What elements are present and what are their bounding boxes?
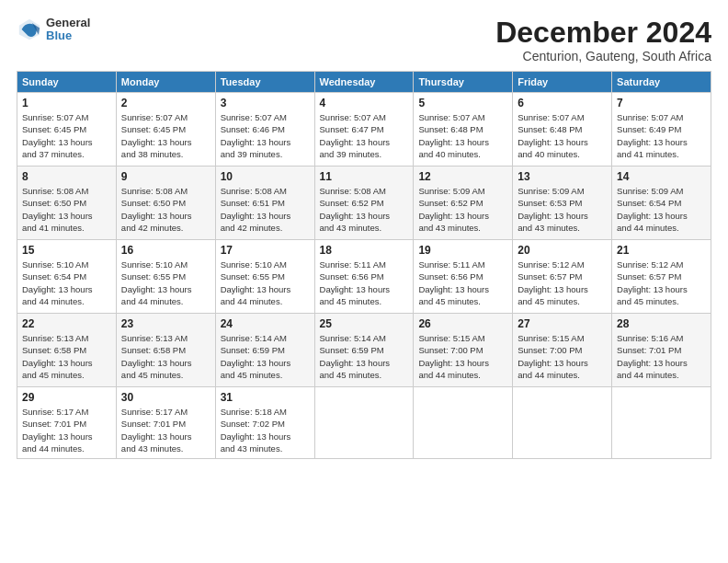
day-info: Sunrise: 5:15 AMSunset: 7:00 PMDaylight:… <box>518 333 588 380</box>
day-info: Sunrise: 5:07 AMSunset: 6:47 PMDaylight:… <box>320 112 391 159</box>
day-cell <box>314 387 414 459</box>
day-cell: 1 Sunrise: 5:07 AMSunset: 6:45 PMDayligh… <box>17 93 117 167</box>
day-info: Sunrise: 5:14 AMSunset: 6:59 PMDaylight:… <box>320 333 391 380</box>
day-number: 5 <box>418 97 507 109</box>
day-cell: 6 Sunrise: 5:07 AMSunset: 6:48 PMDayligh… <box>513 93 612 167</box>
col-header-friday: Friday <box>513 72 612 93</box>
day-number: 23 <box>121 317 210 330</box>
day-cell: 28 Sunrise: 5:16 AMSunset: 7:01 PMDaylig… <box>612 314 711 387</box>
day-cell: 21 Sunrise: 5:12 AMSunset: 6:57 PMDaylig… <box>612 240 711 314</box>
col-header-thursday: Thursday <box>414 72 513 93</box>
day-info: Sunrise: 5:10 AMSunset: 6:55 PMDaylight:… <box>121 259 192 306</box>
day-number: 17 <box>221 244 310 257</box>
day-number: 20 <box>518 244 607 257</box>
day-cell <box>414 387 513 459</box>
logo: General Blue <box>17 17 90 43</box>
day-cell: 27 Sunrise: 5:15 AMSunset: 7:00 PMDaylig… <box>513 314 612 387</box>
day-info: Sunrise: 5:07 AMSunset: 6:45 PMDaylight:… <box>22 112 93 159</box>
day-number: 18 <box>320 244 409 257</box>
day-info: Sunrise: 5:08 AMSunset: 6:51 PMDaylight:… <box>221 186 291 233</box>
day-cell: 31 Sunrise: 5:18 AMSunset: 7:02 PMDaylig… <box>215 387 314 459</box>
day-info: Sunrise: 5:12 AMSunset: 6:57 PMDaylight:… <box>518 259 588 306</box>
day-number: 11 <box>320 170 409 183</box>
day-number: 4 <box>320 97 409 109</box>
day-cell: 22 Sunrise: 5:13 AMSunset: 6:58 PMDaylig… <box>17 314 117 387</box>
day-cell: 25 Sunrise: 5:14 AMSunset: 6:59 PMDaylig… <box>314 314 414 387</box>
day-cell: 9 Sunrise: 5:08 AMSunset: 6:50 PMDayligh… <box>116 167 215 240</box>
day-number: 28 <box>617 317 706 330</box>
day-cell: 11 Sunrise: 5:08 AMSunset: 6:52 PMDaylig… <box>314 167 414 240</box>
calendar-table: SundayMondayTuesdayWednesdayThursdayFrid… <box>17 71 711 459</box>
day-info: Sunrise: 5:09 AMSunset: 6:53 PMDaylight:… <box>518 186 588 233</box>
day-info: Sunrise: 5:16 AMSunset: 7:01 PMDaylight:… <box>617 333 688 380</box>
day-number: 29 <box>22 391 111 404</box>
day-number: 2 <box>121 97 210 109</box>
day-cell: 30 Sunrise: 5:17 AMSunset: 7:01 PMDaylig… <box>116 387 215 459</box>
day-info: Sunrise: 5:11 AMSunset: 6:56 PMDaylight:… <box>320 259 391 306</box>
day-info: Sunrise: 5:08 AMSunset: 6:50 PMDaylight:… <box>121 186 192 233</box>
logo-line2: Blue <box>46 29 90 42</box>
day-cell: 24 Sunrise: 5:14 AMSunset: 6:59 PMDaylig… <box>215 314 314 387</box>
day-cell: 12 Sunrise: 5:09 AMSunset: 6:52 PMDaylig… <box>414 167 513 240</box>
day-info: Sunrise: 5:07 AMSunset: 6:45 PMDaylight:… <box>121 112 192 159</box>
day-number: 9 <box>121 170 210 183</box>
day-info: Sunrise: 5:08 AMSunset: 6:52 PMDaylight:… <box>320 186 391 233</box>
day-number: 21 <box>617 244 706 257</box>
day-cell <box>513 387 612 459</box>
logo-icon <box>17 17 42 42</box>
title-area: December 2024 Centurion, Gauteng, South … <box>495 17 711 63</box>
col-header-tuesday: Tuesday <box>215 72 314 93</box>
month-title: December 2024 <box>495 17 711 49</box>
page: General Blue December 2024 Centurion, Ga… <box>0 0 728 468</box>
day-info: Sunrise: 5:11 AMSunset: 6:56 PMDaylight:… <box>418 259 489 306</box>
day-number: 25 <box>320 317 409 330</box>
week-row-2: 8 Sunrise: 5:08 AMSunset: 6:50 PMDayligh… <box>17 167 711 240</box>
day-cell: 18 Sunrise: 5:11 AMSunset: 6:56 PMDaylig… <box>314 240 414 314</box>
day-info: Sunrise: 5:18 AMSunset: 7:02 PMDaylight:… <box>221 407 291 454</box>
day-cell: 26 Sunrise: 5:15 AMSunset: 7:00 PMDaylig… <box>414 314 513 387</box>
location: Centurion, Gauteng, South Africa <box>495 49 711 63</box>
week-row-3: 15 Sunrise: 5:10 AMSunset: 6:54 PMDaylig… <box>17 240 711 314</box>
day-info: Sunrise: 5:10 AMSunset: 6:55 PMDaylight:… <box>221 259 291 306</box>
day-cell: 15 Sunrise: 5:10 AMSunset: 6:54 PMDaylig… <box>17 240 117 314</box>
day-cell: 4 Sunrise: 5:07 AMSunset: 6:47 PMDayligh… <box>314 93 414 167</box>
day-number: 26 <box>418 317 507 330</box>
day-cell: 5 Sunrise: 5:07 AMSunset: 6:48 PMDayligh… <box>414 93 513 167</box>
day-info: Sunrise: 5:13 AMSunset: 6:58 PMDaylight:… <box>22 333 93 380</box>
day-number: 8 <box>22 170 111 183</box>
day-number: 31 <box>221 391 310 404</box>
day-number: 6 <box>518 97 607 109</box>
day-info: Sunrise: 5:08 AMSunset: 6:50 PMDaylight:… <box>22 186 93 233</box>
day-info: Sunrise: 5:13 AMSunset: 6:58 PMDaylight:… <box>121 333 192 380</box>
day-cell: 23 Sunrise: 5:13 AMSunset: 6:58 PMDaylig… <box>116 314 215 387</box>
day-number: 15 <box>22 244 111 257</box>
header: General Blue December 2024 Centurion, Ga… <box>17 17 711 63</box>
day-info: Sunrise: 5:10 AMSunset: 6:54 PMDaylight:… <box>22 259 93 306</box>
day-info: Sunrise: 5:07 AMSunset: 6:49 PMDaylight:… <box>617 112 688 159</box>
day-number: 14 <box>617 170 706 183</box>
day-number: 24 <box>221 317 310 330</box>
day-info: Sunrise: 5:17 AMSunset: 7:01 PMDaylight:… <box>121 407 192 454</box>
logo-line1: General <box>46 17 90 29</box>
day-info: Sunrise: 5:15 AMSunset: 7:00 PMDaylight:… <box>418 333 489 380</box>
day-info: Sunrise: 5:12 AMSunset: 6:57 PMDaylight:… <box>617 259 688 306</box>
day-cell: 20 Sunrise: 5:12 AMSunset: 6:57 PMDaylig… <box>513 240 612 314</box>
day-info: Sunrise: 5:09 AMSunset: 6:52 PMDaylight:… <box>418 186 489 233</box>
day-cell: 8 Sunrise: 5:08 AMSunset: 6:50 PMDayligh… <box>17 167 117 240</box>
header-row: SundayMondayTuesdayWednesdayThursdayFrid… <box>17 72 711 93</box>
day-cell: 14 Sunrise: 5:09 AMSunset: 6:54 PMDaylig… <box>612 167 711 240</box>
col-header-sunday: Sunday <box>17 72 117 93</box>
day-info: Sunrise: 5:17 AMSunset: 7:01 PMDaylight:… <box>22 407 93 454</box>
day-number: 13 <box>518 170 607 183</box>
day-info: Sunrise: 5:07 AMSunset: 6:48 PMDaylight:… <box>418 112 489 159</box>
day-cell: 29 Sunrise: 5:17 AMSunset: 7:01 PMDaylig… <box>17 387 117 459</box>
day-cell: 19 Sunrise: 5:11 AMSunset: 6:56 PMDaylig… <box>414 240 513 314</box>
day-info: Sunrise: 5:07 AMSunset: 6:46 PMDaylight:… <box>221 112 291 159</box>
day-cell <box>612 387 711 459</box>
logo-text: General Blue <box>46 17 90 43</box>
day-number: 12 <box>418 170 507 183</box>
day-number: 16 <box>121 244 210 257</box>
day-cell: 16 Sunrise: 5:10 AMSunset: 6:55 PMDaylig… <box>116 240 215 314</box>
col-header-monday: Monday <box>116 72 215 93</box>
week-row-4: 22 Sunrise: 5:13 AMSunset: 6:58 PMDaylig… <box>17 314 711 387</box>
